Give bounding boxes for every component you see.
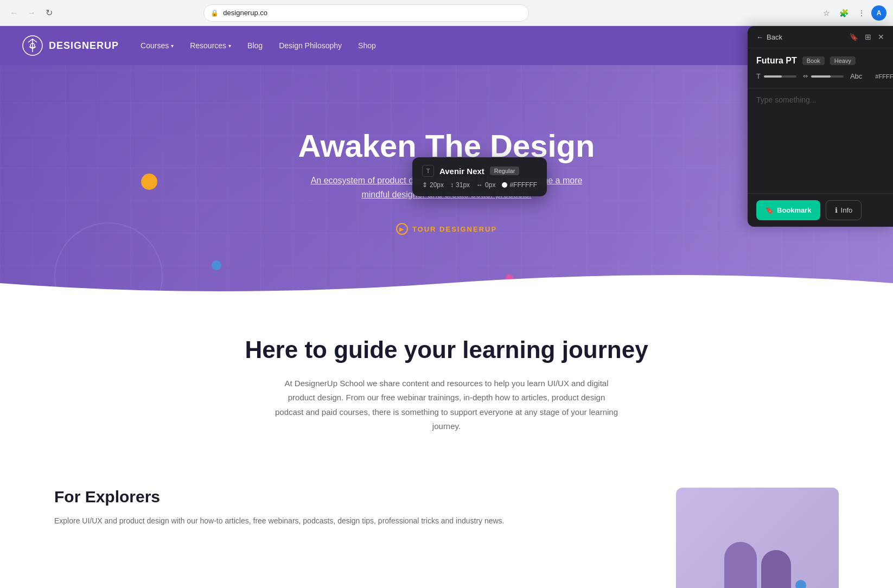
font-name-row: Futura PT Book Heavy: [756, 56, 884, 66]
logo-icon: [22, 35, 43, 56]
person-1: [724, 542, 757, 588]
side-panel-header: ← Back 🔖 ⊞ ✕: [748, 26, 893, 48]
guide-title: Here to guide your learning journey: [22, 336, 871, 363]
explorers-section: For Explorers Explore UI/UX and product …: [0, 466, 893, 588]
panel-font-name: Futura PT: [756, 56, 797, 66]
explorers-text: Explore UI/UX and product design with ou…: [54, 515, 643, 528]
extensions-button[interactable]: 🧩: [837, 5, 852, 21]
nav-links: Courses ▾ Resources ▾ Blog Design Philos…: [141, 41, 376, 50]
bookmark-star-button[interactable]: ☆: [819, 5, 834, 21]
explorers-image-bg: [676, 488, 839, 588]
color-detail: #FFFFFF: [502, 181, 537, 189]
browser-chrome: ← → ↻ 🔒 designerup.co ☆ 🧩 ⋮ A: [0, 0, 893, 26]
back-label: Back: [767, 33, 782, 41]
line-height-slider-fill: [811, 75, 831, 78]
nav-courses[interactable]: Courses ▾: [141, 41, 174, 50]
font-tooltip-name: Avenir Next: [439, 167, 484, 176]
font-size-icon: ⇕: [422, 181, 428, 189]
forward-button[interactable]: →: [24, 5, 39, 21]
panel-footer: 🔖 Bookmark ℹ Info: [748, 193, 893, 227]
bookmark-label: Bookmark: [777, 206, 812, 214]
reload-button[interactable]: ↻: [41, 5, 56, 21]
font-color-swatch: [502, 182, 507, 188]
font-tooltip-variant: Regular: [490, 167, 520, 175]
address-bar[interactable]: 🔒 designerup.co: [203, 4, 529, 22]
font-controls-row: T ⇔ Abc #FFFFFF: [756, 72, 884, 80]
url-text: designerup.co: [223, 9, 267, 17]
line-height-slider[interactable]: [811, 75, 844, 78]
bookmark-icon: 🔖: [765, 206, 774, 214]
side-panel: ← Back 🔖 ⊞ ✕ Futura PT Book Heavy T ⇔: [748, 26, 893, 227]
font-size-detail: ⇕ 20px: [422, 181, 444, 189]
line-height-detail: ↕ 31px: [450, 181, 470, 189]
logo[interactable]: DESIGNERUP: [22, 35, 119, 56]
info-icon: ℹ: [835, 206, 838, 214]
line-height-control: ⇔: [803, 73, 844, 80]
font-size-T-icon: T: [756, 72, 761, 80]
browser-nav-buttons: ← → ↻: [7, 5, 56, 21]
bookmark-panel-icon[interactable]: 🔖: [849, 33, 858, 41]
panel-placeholder: Type something...: [756, 95, 817, 104]
back-button-panel[interactable]: ← Back: [756, 33, 782, 41]
font-tag-book: Book: [802, 56, 825, 65]
letter-spacing-icon: ↔: [476, 181, 483, 189]
font-tooltip-header: T Avenir Next Regular: [422, 165, 537, 177]
explorer-blue-dot: [795, 580, 806, 588]
explorers-image: [676, 488, 839, 588]
explorers-content: For Explorers Explore UI/UX and product …: [54, 488, 643, 528]
tour-cta[interactable]: ▶ TOUR DESIGNERUP: [396, 223, 497, 235]
back-button[interactable]: ←: [7, 5, 22, 21]
font-size-control: T: [756, 72, 796, 80]
nav-shop[interactable]: Shop: [358, 41, 376, 50]
panel-header-actions: 🔖 ⊞ ✕: [849, 33, 884, 41]
grid-icon[interactable]: ⊞: [865, 33, 871, 41]
browser-actions: ☆ 🧩 ⋮ A: [819, 5, 886, 21]
abc-label: Abc: [850, 72, 862, 80]
font-tooltip: T Avenir Next Regular ⇕ 20px ↕ 31px ↔ 0p…: [412, 157, 547, 196]
panel-textarea-area[interactable]: Type something...: [748, 88, 893, 193]
font-size-slider[interactable]: [764, 75, 796, 78]
guide-section: Here to guide your learning journey At D…: [0, 298, 893, 466]
hero-dot-orange: [141, 174, 157, 190]
back-arrow-icon: ←: [756, 33, 763, 41]
person-2: [761, 550, 791, 588]
info-label: Info: [841, 206, 853, 214]
nav-blog[interactable]: Blog: [247, 41, 263, 50]
panel-font-info: Futura PT Book Heavy T ⇔ Abc #FFFFFF: [748, 48, 893, 88]
profile-button[interactable]: A: [871, 5, 886, 21]
guide-body: At DesignerUp School we share content an…: [273, 376, 620, 433]
font-doc-icon: T: [422, 165, 434, 177]
info-button[interactable]: ℹ Info: [826, 200, 862, 220]
letter-spacing-detail: ↔ 0px: [476, 181, 495, 189]
courses-dropdown-arrow: ▾: [171, 43, 174, 49]
resources-dropdown-arrow: ▾: [228, 43, 231, 49]
nav-resources[interactable]: Resources ▾: [190, 41, 231, 50]
panel-color-hex: #FFFFFF: [875, 73, 893, 80]
logo-text: DESIGNERUP: [49, 40, 119, 52]
menu-button[interactable]: ⋮: [854, 5, 869, 21]
nav-design-philosophy[interactable]: Design Philosophy: [279, 41, 342, 50]
font-size-slider-fill: [764, 75, 782, 78]
tour-cta-icon: ▶: [396, 223, 408, 235]
bookmark-button[interactable]: 🔖 Bookmark: [756, 200, 820, 220]
explorers-title: For Explorers: [54, 488, 643, 506]
line-height-icon-panel: ⇔: [803, 73, 808, 80]
lock-icon: 🔒: [211, 9, 219, 17]
hero-wave: [0, 267, 893, 298]
font-tooltip-details: ⇕ 20px ↕ 31px ↔ 0px #FFFFFF: [422, 181, 537, 189]
line-height-icon: ↕: [450, 181, 454, 189]
close-icon[interactable]: ✕: [878, 33, 884, 41]
font-tag-heavy: Heavy: [830, 56, 856, 65]
